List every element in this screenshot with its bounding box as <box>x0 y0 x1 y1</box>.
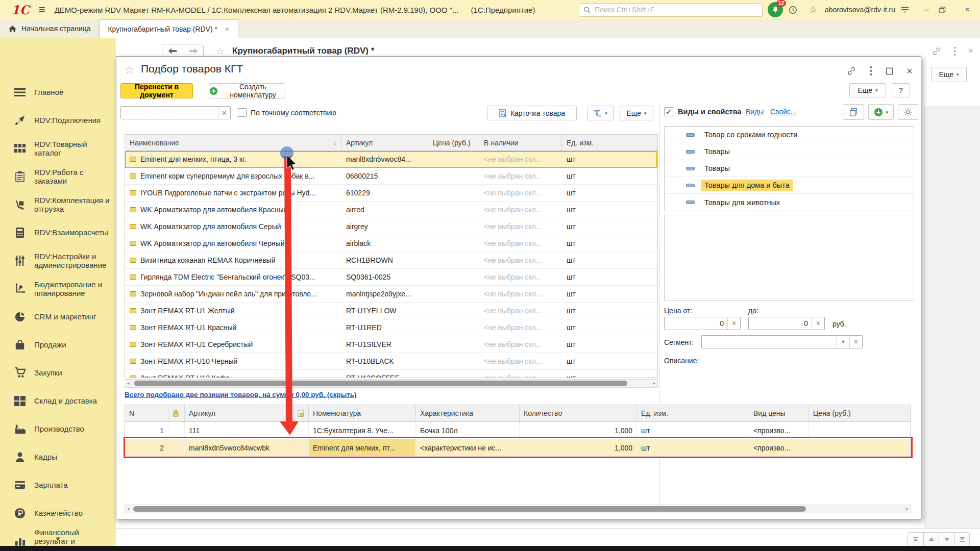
price-to-input[interactable]: 0✕ <box>748 317 825 330</box>
sidebar-item-shipping[interactable]: RDV:Комплектация и отгрузка <box>0 190 116 218</box>
column-article2[interactable]: Артикул <box>185 405 293 421</box>
scroll-right-icon[interactable]: ► <box>651 381 657 386</box>
history-icon[interactable] <box>788 5 801 15</box>
types-properties-checkbox[interactable]: ✓ <box>664 107 673 116</box>
column-quantity[interactable]: Количество <box>520 405 637 421</box>
clear-segment-icon[interactable]: ✕ <box>849 336 862 348</box>
column-article[interactable]: Артикул <box>341 135 428 151</box>
table-row[interactable]: Зонт REMAX RT-U1 КрасныйRT-U1RED<не выбр… <box>125 319 657 336</box>
column-availability[interactable]: В наличии <box>479 135 562 151</box>
price-from-input[interactable]: 0✕ <box>664 317 741 330</box>
table-row[interactable]: Гирлянда TDM Electric "Бенгальский огоне… <box>125 269 657 286</box>
tree-item[interactable]: Товары для дома и быта <box>665 177 914 194</box>
column-price-kind[interactable]: Вид цены <box>749 405 809 421</box>
column-unit2[interactable]: Ед. изм. <box>637 405 749 421</box>
clear-search-icon[interactable]: ✕ <box>218 107 230 119</box>
help-button[interactable]: ? <box>892 83 910 97</box>
scroll-left-icon[interactable]: ◄ <box>125 507 131 511</box>
product-table-hscrollbar[interactable]: ◄ ► <box>125 379 658 388</box>
dialog-maximize-icon[interactable] <box>886 67 893 75</box>
move-bottom-icon[interactable] <box>954 533 969 546</box>
page-link-icon[interactable] <box>932 46 941 56</box>
clear-price-from-icon[interactable]: ✕ <box>727 317 740 330</box>
tree-item[interactable]: Товар со сроками годности <box>665 127 914 143</box>
column-price2[interactable]: Цена (руб.) <box>809 405 909 421</box>
table-row[interactable]: Зонт REMAX RT-U1 СеребристыйRT-U1SILVER<… <box>125 336 657 353</box>
sidebar-item-sales[interactable]: Продажи <box>0 331 116 359</box>
copy-button[interactable] <box>843 104 864 120</box>
table-row[interactable]: Eminent корм суперпремиум для взрослых с… <box>125 168 657 185</box>
tree-item[interactable]: Товары для животных <box>665 194 914 211</box>
create-nomenclature-button[interactable]: Создать номенклатуру <box>209 83 285 98</box>
sidebar-scroll-down-icon[interactable]: ▼ <box>0 535 116 543</box>
notifications-button[interactable]: 12 <box>768 2 783 17</box>
product-search-input[interactable]: ✕ <box>120 106 231 119</box>
sidebar-item-crm[interactable]: CRM и маркетинг <box>0 303 116 331</box>
sidebar-item-settings[interactable]: RDV:Настройки и администрирование <box>0 246 116 274</box>
table-row[interactable]: WK Ароматизатор для автомобиля Красныйai… <box>125 202 657 218</box>
sidebar-item-rocket[interactable]: RDV:Подключения <box>0 106 116 134</box>
user-menu-icon[interactable] <box>900 6 914 14</box>
column-unit[interactable]: Ед. изм. <box>562 135 656 151</box>
selected-summary-link[interactable]: Всего подобрано две позиции товаров, на … <box>125 391 357 398</box>
sidebar-item-menu[interactable]: Главное <box>0 78 116 106</box>
column-price[interactable]: Цена (руб.) <box>428 135 479 151</box>
column-name[interactable]: Наименование↓ <box>125 135 341 151</box>
dialog-kebab-icon[interactable] <box>870 66 872 76</box>
table-row[interactable]: Зерновой набор "Индиан пейл эль" для при… <box>125 286 657 303</box>
add-kind-button[interactable]: ▾ <box>868 104 894 120</box>
scroll-left-icon[interactable]: ◄ <box>125 381 131 386</box>
sidebar-item-treasury[interactable]: Казначейство <box>0 499 116 527</box>
sidebar-item-orders[interactable]: RDV:Работа с заказами <box>0 162 116 190</box>
table-row[interactable]: Eminent для мелких, птица, 3 кг.manl8xdn… <box>125 151 657 168</box>
table-row[interactable]: Визитница кожаная REMAX КоричневыйRCH1BR… <box>125 252 657 269</box>
filter-button[interactable]: ▾ <box>587 106 614 120</box>
selected-table-hscrollbar[interactable]: ◄ ► <box>125 505 911 513</box>
tab-active-document[interactable]: Крупногабаритный товар (RDV) * × <box>99 19 238 38</box>
close-window-button[interactable]: × <box>960 5 975 15</box>
move-down-icon[interactable] <box>939 533 954 546</box>
table-row[interactable]: WK Ароматизатор для автомобиля Серыйairg… <box>125 218 657 235</box>
page-kebab-icon[interactable] <box>953 46 956 56</box>
main-menu-icon[interactable]: ≡ <box>39 3 45 16</box>
product-card-button[interactable]: Карточка товара <box>487 106 577 120</box>
move-up-icon[interactable] <box>923 533 939 546</box>
scroll-right-icon[interactable]: ► <box>904 507 910 511</box>
sidebar-item-salary[interactable]: Зарплата <box>0 471 116 499</box>
column-nomenclature[interactable]: Номенклатура <box>309 405 416 421</box>
dialog-more-button[interactable]: Еще▾ <box>849 83 886 97</box>
tab-home[interactable]: Начальная страница <box>0 19 99 38</box>
maximize-button[interactable] <box>939 7 954 13</box>
global-search-input[interactable]: Поиск Ctrl+Shift+F <box>579 3 763 17</box>
table-row[interactable]: Зонт REMAX RT-U1 ЖелтыйRT-U1YELLOW<не вы… <box>125 303 657 319</box>
sidebar-item-warehouse[interactable]: Склад и доставка <box>0 387 116 415</box>
page-more-button[interactable]: Еще▾ <box>931 67 967 82</box>
column-n[interactable]: N <box>125 405 168 421</box>
dialog-star-icon[interactable]: ☆ <box>125 64 134 76</box>
table-row[interactable]: IYOUB Гидрогелевые патчи с экстрактом ро… <box>125 185 657 202</box>
table-row[interactable]: WK Ароматизатор для автомобиля Черныйair… <box>125 235 657 252</box>
move-top-icon[interactable] <box>908 533 923 546</box>
column-characteristic[interactable]: Характеристика <box>416 405 520 421</box>
exact-match-checkbox[interactable] <box>238 108 247 117</box>
sidebar-item-catalog[interactable]: RDV:Товарный каталог <box>0 134 116 162</box>
close-tab-icon[interactable]: × <box>225 24 230 33</box>
sidebar-item-planning[interactable]: Бюджетирование и планирование <box>0 274 116 303</box>
dialog-link-icon[interactable] <box>846 66 856 76</box>
tree-item[interactable]: Товары <box>665 160 914 177</box>
types-link[interactable]: Виды <box>746 108 764 116</box>
table-row[interactable]: Зонт REMAX RT-U12 КофеRT-U12COFFEE<не вы… <box>125 370 657 378</box>
sidebar-item-purchases[interactable]: Закупки <box>0 359 116 387</box>
dialog-close-icon[interactable]: × <box>906 65 913 77</box>
sidebar-item-hr[interactable]: Кадры <box>0 443 116 471</box>
settings-gear-icon[interactable] <box>898 104 918 120</box>
table-row[interactable]: Зонт REMAX RT-U10 ЧерныйRT-U10BLACK<не в… <box>125 353 657 370</box>
table-more-button[interactable]: Еще▾ <box>620 106 653 120</box>
properties-link[interactable]: Свойс... <box>770 108 797 116</box>
clear-price-to-icon[interactable]: ✕ <box>812 317 824 330</box>
dropdown-arrow-icon[interactable]: ▼ <box>837 336 849 348</box>
sidebar-item-production[interactable]: Производство <box>0 415 116 443</box>
user-account[interactable]: aborovtsova@rdv-it.ru <box>825 6 895 14</box>
sidebar-item-calculator[interactable]: RDV:Взаиморасчеты <box>0 218 116 246</box>
minimize-button[interactable]: – <box>919 5 934 15</box>
